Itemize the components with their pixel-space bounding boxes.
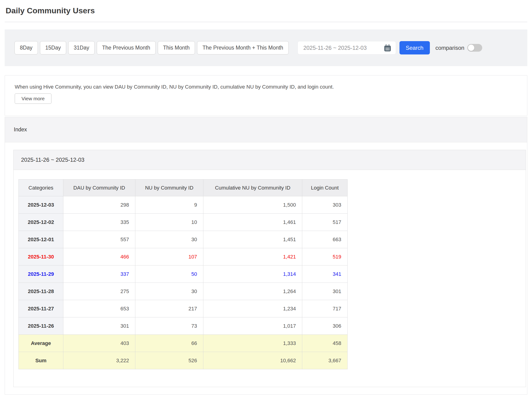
value-cell: 9 [135,196,203,214]
value-cell: 519 [302,248,348,265]
value-cell: 1,264 [203,283,302,300]
comparison-label: comparison [436,45,464,51]
report-card: 2025-11-26 ~ 2025-12-03 CategoriesDAU by… [13,150,526,387]
value-cell: 517 [302,214,348,231]
table-row: 2025-11-28275301,264301 [19,283,348,300]
value-cell: 275 [63,283,135,300]
category-cell: 2025-11-29 [19,265,63,283]
toggle-knob [468,45,474,51]
table-row: 2025-11-26301731,017306 [19,317,348,335]
value-cell: 10,662 [203,352,302,369]
value-cell: 1,451 [203,231,302,248]
report-card-body: CategoriesDAU by Community IDNU by Commu… [13,170,526,369]
category-cell: 2025-11-27 [19,300,63,317]
column-header: Login Count [302,180,348,196]
table-row: 2025-12-02335101,461517 [19,214,348,231]
category-cell: 2025-12-01 [19,231,63,248]
table-row: 2025-11-276532171,234717 [19,300,348,317]
report-period-header: 2025-11-26 ~ 2025-12-03 [13,150,526,170]
category-cell: 2025-11-30 [19,248,63,265]
value-cell: 1,333 [203,335,302,352]
value-cell: 10 [135,214,203,231]
value-cell: 73 [135,317,203,335]
category-cell: 2025-12-03 [19,196,63,214]
title-divider [5,22,527,22]
value-cell: 217 [135,300,203,317]
value-cell: 1,017 [203,317,302,335]
quick-range-button-group: 8Day15Day31DayThe Previous MonthThis Mon… [14,41,291,54]
value-cell: 1,461 [203,214,302,231]
category-cell: Average [19,335,63,352]
date-range-input[interactable]: 2025-11-26 ~ 2025-12-03 [298,41,396,54]
table-row: 2025-11-304661071,421519 [19,248,348,265]
table-row: 2025-12-0329891,500303 [19,196,348,214]
value-cell: 66 [135,335,203,352]
table-row: 2025-12-01557301,451663 [19,231,348,248]
value-cell: 3,667 [302,352,348,369]
column-header: DAU by Community ID [63,180,135,196]
value-cell: 341 [302,265,348,283]
category-cell: 2025-11-28 [19,283,63,300]
value-cell: 303 [302,196,348,214]
category-cell: 2025-12-02 [19,214,63,231]
value-cell: 653 [63,300,135,317]
value-cell: 306 [302,317,348,335]
index-panel-body: 2025-11-26 ~ 2025-12-03 CategoriesDAU by… [5,142,527,394]
quick-range-button[interactable]: 15Day [40,41,66,54]
value-cell: 458 [302,335,348,352]
page: Daily Community Users 8Day15Day31DayThe … [0,0,532,395]
value-cell: 50 [135,265,203,283]
value-cell: 1,314 [203,265,302,283]
quick-range-button[interactable]: The Previous Month [97,41,156,54]
filter-toolbar: 8Day15Day31DayThe Previous MonthThis Mon… [5,29,527,66]
index-panel-header: Index [5,117,527,142]
page-title: Daily Community Users [5,0,527,15]
value-cell: 663 [302,231,348,248]
value-cell: 107 [135,248,203,265]
summary-row: Sum3,22252610,6623,667 [19,352,348,369]
value-cell: 298 [63,196,135,214]
value-cell: 466 [63,248,135,265]
summary-row: Average403661,333458 [19,335,348,352]
notice-panel: When using Hive Community, you can view … [5,75,527,116]
quick-range-button[interactable]: 31Day [68,41,95,54]
report-table: CategoriesDAU by Community IDNU by Commu… [19,179,348,369]
value-cell: 301 [302,283,348,300]
date-range-value: 2025-11-26 ~ 2025-12-03 [304,45,367,51]
column-header: Cumulative NU by Community ID [203,180,302,196]
value-cell: 1,421 [203,248,302,265]
column-header: Categories [19,180,63,196]
calendar-icon[interactable] [384,44,392,52]
category-cell: 2025-11-26 [19,317,63,335]
value-cell: 30 [135,231,203,248]
report-period: 2025-11-26 ~ 2025-12-03 [21,157,84,163]
value-cell: 1,234 [203,300,302,317]
column-header: NU by Community ID [135,180,203,196]
table-header-row: CategoriesDAU by Community IDNU by Commu… [19,180,348,196]
quick-range-button[interactable]: This Month [158,41,195,54]
value-cell: 403 [63,335,135,352]
value-cell: 1,500 [203,196,302,214]
table-row: 2025-11-29337501,314341 [19,265,348,283]
value-cell: 335 [63,214,135,231]
value-cell: 3,222 [63,352,135,369]
index-panel: Index 2025-11-26 ~ 2025-12-03 Categories… [5,117,527,395]
value-cell: 526 [135,352,203,369]
value-cell: 557 [63,231,135,248]
comparison-toggle[interactable] [467,44,482,52]
quick-range-button[interactable]: 8Day [14,41,38,54]
category-cell: Sum [19,352,63,369]
view-more-button[interactable]: View more [15,94,51,104]
value-cell: 337 [63,265,135,283]
value-cell: 717 [302,300,348,317]
value-cell: 30 [135,283,203,300]
notice-text: When using Hive Community, you can view … [15,84,518,90]
search-button[interactable]: Search [399,41,430,54]
index-panel-title: Index [14,126,27,133]
quick-range-button[interactable]: The Previous Month + This Month [197,41,288,54]
value-cell: 301 [63,317,135,335]
